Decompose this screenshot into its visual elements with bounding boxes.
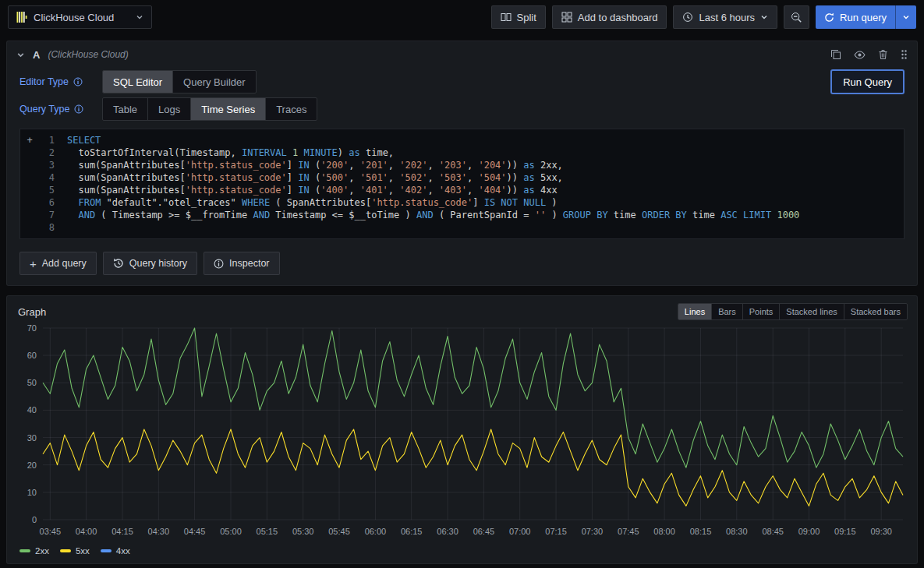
- svg-text:09:30: 09:30: [870, 527, 892, 536]
- svg-text:08:30: 08:30: [726, 527, 748, 536]
- query-history-button[interactable]: Query history: [103, 252, 197, 275]
- chevron-down-icon: [902, 13, 910, 21]
- query-type-option-table[interactable]: Table: [103, 98, 148, 120]
- panel-run-query-button[interactable]: Run Query: [830, 69, 905, 94]
- graph-mode-points[interactable]: Points: [743, 304, 781, 319]
- delete-query-trash-icon[interactable]: [878, 49, 888, 60]
- svg-text:07:30: 07:30: [582, 527, 604, 536]
- action-label: Inspector: [229, 258, 269, 269]
- info-icon[interactable]: [73, 77, 83, 86]
- chevron-down-icon: [760, 13, 768, 21]
- query-editor-panel: A (ClickHouse Cloud) Editor Type: [6, 41, 918, 286]
- add-query-button[interactable]: +Add query: [19, 252, 97, 275]
- svg-text:70: 70: [27, 323, 37, 333]
- drag-handle-icon[interactable]: [901, 49, 908, 60]
- gutter: [20, 221, 39, 234]
- graph-mode-bars[interactable]: Bars: [712, 304, 743, 319]
- editor-type-option-query-builder[interactable]: Query Builder: [173, 71, 255, 93]
- collapse-chevron-icon[interactable]: [16, 51, 25, 59]
- query-row-header: A (ClickHouse Cloud): [7, 41, 917, 68]
- legend-label: 4xx: [116, 546, 130, 556]
- line-number: 6: [39, 196, 55, 209]
- line-number: 8: [39, 221, 55, 234]
- svg-text:06:00: 06:00: [365, 527, 387, 536]
- duplicate-query-icon[interactable]: [830, 49, 841, 60]
- time-range-picker[interactable]: Last 6 hours: [673, 5, 777, 29]
- chart-legend: 2xx5xx4xx: [16, 545, 908, 559]
- svg-text:07:45: 07:45: [618, 527, 639, 536]
- svg-text:06:45: 06:45: [473, 527, 495, 536]
- add-to-dashboard-label: Add to dashboard: [578, 12, 658, 23]
- svg-text:08:15: 08:15: [690, 527, 712, 536]
- svg-text:03:45: 03:45: [40, 527, 62, 536]
- history-icon: [113, 258, 124, 269]
- svg-text:07:15: 07:15: [545, 527, 567, 536]
- sql-code-text: FROM "default"."otel_traces" WHERE ( Spa…: [67, 196, 558, 209]
- editor-type-option-sql-editor[interactable]: SQL Editor: [103, 71, 173, 93]
- gutter-plus-icon[interactable]: +: [20, 134, 39, 146]
- query-type-label-wrap: Query Type: [19, 104, 94, 115]
- hide-query-eye-icon[interactable]: [854, 49, 866, 61]
- sql-line-8[interactable]: 8: [20, 221, 904, 234]
- graph-panel: Graph LinesBarsPointsStacked linesStacke…: [6, 295, 918, 564]
- graph-mode-stacked-lines[interactable]: Stacked lines: [780, 304, 844, 319]
- graph-mode-stacked-bars[interactable]: Stacked bars: [844, 304, 907, 319]
- sql-line-4[interactable]: 4 sum(SpanAttributes['http.status_code']…: [20, 171, 904, 184]
- editor-type-toggle: SQL EditorQuery Builder: [102, 70, 257, 93]
- plus-icon: +: [30, 258, 37, 270]
- inspector-button[interactable]: Inspector: [204, 252, 279, 275]
- sync-icon: [824, 12, 834, 23]
- top-toolbar: ClickHouse Cloud Split Add to dashboard …: [0, 0, 924, 34]
- zoom-out-button[interactable]: [784, 5, 809, 29]
- run-query-caret[interactable]: [895, 5, 916, 29]
- legend-item-5xx[interactable]: 5xx: [60, 546, 90, 556]
- svg-text:08:00: 08:00: [653, 527, 675, 536]
- query-type-label: Query Type: [19, 104, 69, 115]
- sql-line-2[interactable]: 2 toStartOfInterval(Timestamp, INTERVAL …: [20, 146, 904, 159]
- run-query-button[interactable]: Run query: [816, 5, 916, 29]
- graph-mode-lines[interactable]: Lines: [678, 304, 712, 319]
- sql-line-5[interactable]: 5 sum(SpanAttributes['http.status_code']…: [20, 184, 904, 196]
- sql-code-text: sum(SpanAttributes['http.status_code'] I…: [67, 171, 563, 184]
- time-series-chart[interactable]: 01020304050607003:4504:0004:1504:3004:45…: [16, 322, 909, 545]
- svg-text:05:00: 05:00: [220, 527, 242, 536]
- add-to-dashboard-button[interactable]: Add to dashboard: [552, 5, 667, 29]
- editor-type-label-wrap: Editor Type: [19, 76, 94, 87]
- svg-text:04:00: 04:00: [76, 527, 97, 536]
- query-type-option-traces[interactable]: Traces: [266, 98, 317, 120]
- split-button[interactable]: Split: [491, 5, 546, 29]
- legend-item-2xx[interactable]: 2xx: [19, 546, 49, 556]
- svg-text:06:30: 06:30: [437, 527, 458, 536]
- datasource-picker[interactable]: ClickHouse Cloud: [8, 5, 152, 29]
- split-label: Split: [517, 12, 536, 23]
- query-type-toggle: TableLogsTime SeriesTraces: [102, 97, 317, 121]
- sql-code-editor[interactable]: +1SELECT2 toStartOfInterval(Timestamp, I…: [19, 129, 905, 239]
- line-number: 4: [39, 171, 55, 184]
- datasource-name: ClickHouse Cloud: [34, 12, 114, 23]
- sql-line-3[interactable]: 3 sum(SpanAttributes['http.status_code']…: [20, 159, 904, 171]
- sql-line-7[interactable]: 7 AND ( Timestamp >= $__fromTime AND Tim…: [20, 209, 904, 221]
- legend-item-4xx[interactable]: 4xx: [101, 546, 130, 556]
- info-icon[interactable]: [74, 104, 83, 114]
- sql-code-text: AND ( Timestamp >= $__fromTime AND Times…: [67, 209, 799, 221]
- svg-text:05:45: 05:45: [328, 527, 350, 536]
- svg-text:05:30: 05:30: [292, 527, 314, 536]
- gutter: [20, 159, 39, 171]
- query-type-option-logs[interactable]: Logs: [148, 98, 191, 120]
- sql-line-1[interactable]: +1SELECT: [20, 134, 904, 146]
- run-query-main[interactable]: Run query: [816, 5, 895, 29]
- chart-svg: 01020304050607003:4504:0004:1504:3004:45…: [16, 322, 909, 545]
- sql-line-6[interactable]: 6 FROM "default"."otel_traces" WHERE ( S…: [20, 196, 904, 209]
- line-number: 3: [39, 159, 55, 171]
- query-datasource-hint: (ClickHouse Cloud): [48, 49, 128, 60]
- clock-icon: [682, 12, 693, 23]
- svg-text:08:45: 08:45: [762, 527, 784, 536]
- gutter: [20, 184, 39, 196]
- query-type-option-time-series[interactable]: Time Series: [191, 98, 266, 120]
- split-panes-icon: [501, 12, 512, 23]
- graph-mode-toggle: LinesBarsPointsStacked linesStacked bars: [678, 303, 908, 320]
- legend-label: 5xx: [76, 546, 90, 556]
- gutter: [20, 146, 39, 159]
- gutter: [20, 171, 39, 184]
- svg-text:30: 30: [27, 433, 37, 443]
